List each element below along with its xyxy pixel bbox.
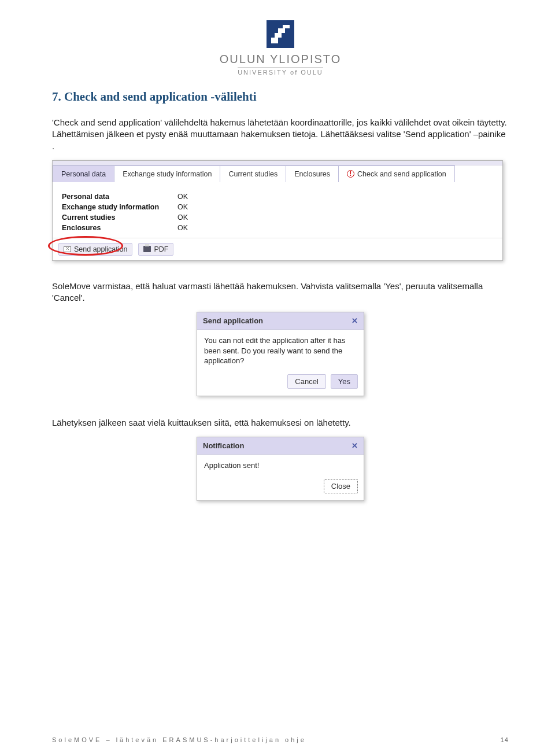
- printer-icon: [143, 246, 151, 252]
- footer-text: SoleMOVE – lähtevän ERASMUS-harjoittelij…: [52, 736, 306, 743]
- screenshot-check-and-send: Personal data Exchange study information…: [52, 160, 503, 261]
- checklist: Personal data OK Exchange study informat…: [53, 182, 502, 238]
- checklist-label: Personal data: [62, 193, 177, 201]
- checklist-row: Exchange study information OK: [62, 202, 493, 212]
- tab-check-and-send-label: Check and send application: [357, 170, 446, 178]
- checklist-row: Personal data OK: [62, 191, 493, 202]
- checklist-value: OK: [177, 193, 188, 201]
- body-paragraph-2: SoleMove varmistaa, että haluat varmasti…: [52, 281, 509, 304]
- notification-dialog-body: Application sent!: [197, 455, 364, 479]
- confirm-dialog: Send application ✕ You can not edit the …: [197, 312, 364, 396]
- notification-dialog: Notification ✕ Application sent! Close: [197, 437, 364, 501]
- checklist-row: Enclosures OK: [62, 223, 493, 233]
- confirm-dialog-title: Send application: [203, 316, 263, 325]
- pdf-label: PDF: [154, 245, 168, 253]
- close-button[interactable]: Close: [324, 479, 358, 493]
- tab-bar: Personal data Exchange study information…: [53, 165, 502, 182]
- alert-icon: !: [347, 170, 354, 178]
- checklist-value: OK: [177, 213, 188, 222]
- logo-text-primary: OULUN YLIOPISTO: [52, 53, 509, 66]
- tab-check-and-send[interactable]: ! Check and send application: [338, 165, 455, 182]
- close-icon[interactable]: ✕: [352, 316, 358, 325]
- send-application-label: Send application: [74, 245, 127, 253]
- send-application-button[interactable]: Send application: [58, 243, 132, 256]
- tab-current-studies[interactable]: Current studies: [220, 165, 286, 182]
- tab-enclosures[interactable]: Enclosures: [286, 165, 339, 182]
- page-footer: SoleMOVE – lähtevän ERASMUS-harjoittelij…: [52, 736, 509, 743]
- page-number: 14: [501, 736, 509, 743]
- checklist-value: OK: [177, 203, 188, 211]
- body-paragraph-3: Lähetyksen jälkeen saat vielä kuittaukse…: [52, 417, 509, 429]
- cancel-button[interactable]: Cancel: [287, 374, 325, 389]
- tab-personal-data[interactable]: Personal data: [53, 165, 114, 182]
- notification-dialog-title: Notification: [203, 441, 245, 450]
- envelope-icon: [64, 246, 71, 252]
- checklist-label: Exchange study information: [62, 203, 177, 211]
- close-icon[interactable]: ✕: [352, 441, 358, 450]
- action-bar: Send application PDF: [53, 238, 502, 260]
- checklist-label: Enclosures: [62, 224, 177, 232]
- checklist-label: Current studies: [62, 213, 177, 222]
- body-paragraph-1: 'Check and send application' välilehdelt…: [52, 117, 509, 152]
- checklist-value: OK: [177, 224, 188, 232]
- confirm-dialog-body: You can not edit the application after i…: [197, 330, 364, 374]
- checklist-row: Current studies OK: [62, 212, 493, 223]
- logo-text-secondary: UNIVERSITY of OULU: [238, 67, 323, 76]
- pdf-button[interactable]: PDF: [138, 243, 173, 256]
- yes-button[interactable]: Yes: [331, 374, 358, 389]
- header-logo: OULUN YLIOPISTO UNIVERSITY of OULU: [52, 20, 509, 77]
- logo-mark: [267, 20, 294, 48]
- section-heading: 7. Check and send application -välilehti: [52, 90, 509, 104]
- tab-exchange-study[interactable]: Exchange study information: [114, 165, 220, 182]
